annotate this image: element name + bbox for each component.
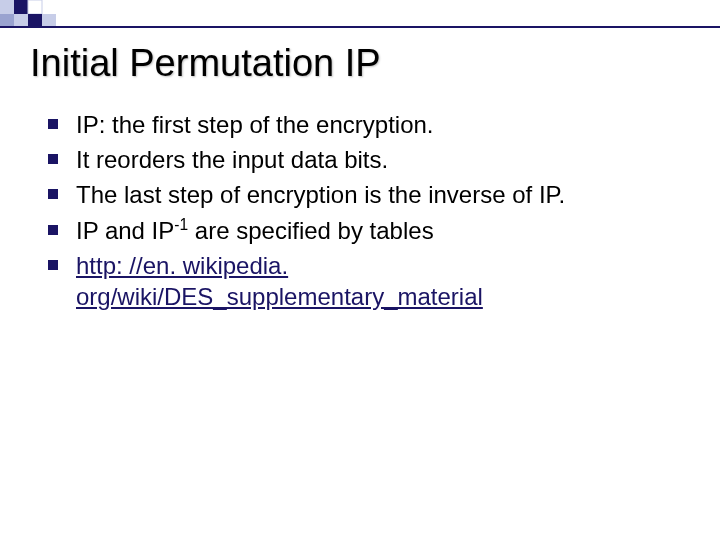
svg-rect-2 <box>28 0 42 14</box>
corner-decoration <box>0 0 150 26</box>
bullet-text: IP: the first step of the encryption. <box>76 111 434 138</box>
svg-rect-4 <box>14 14 28 26</box>
bullet-list: IP: the first step of the encryption. It… <box>30 109 690 312</box>
bullet-suffix: are specified by tables <box>188 217 433 244</box>
link-text: http: //en. wikipedia. org/wiki/DES_supp… <box>76 252 483 310</box>
bullet-item: http: //en. wikipedia. org/wiki/DES_supp… <box>48 250 690 312</box>
bullet-item: It reorders the input data bits. <box>48 144 690 175</box>
horizontal-rule <box>0 26 720 28</box>
svg-rect-1 <box>14 0 28 14</box>
svg-rect-0 <box>0 0 14 14</box>
bullet-item: IP: the first step of the encryption. <box>48 109 690 140</box>
svg-rect-5 <box>28 14 42 26</box>
svg-rect-6 <box>42 14 56 26</box>
bullet-item: The last step of encryption is the inver… <box>48 179 690 210</box>
bullet-text: The last step of encryption is the inver… <box>76 181 565 208</box>
bullet-item: IP and IP-1 are specified by tables <box>48 215 690 246</box>
superscript: -1 <box>174 216 188 233</box>
bullet-text: It reorders the input data bits. <box>76 146 388 173</box>
svg-rect-3 <box>0 14 14 26</box>
bullet-prefix: IP and IP <box>76 217 174 244</box>
slide-title: Initial Permutation IP <box>30 42 690 85</box>
slide-content: Initial Permutation IP IP: the first ste… <box>30 42 690 316</box>
